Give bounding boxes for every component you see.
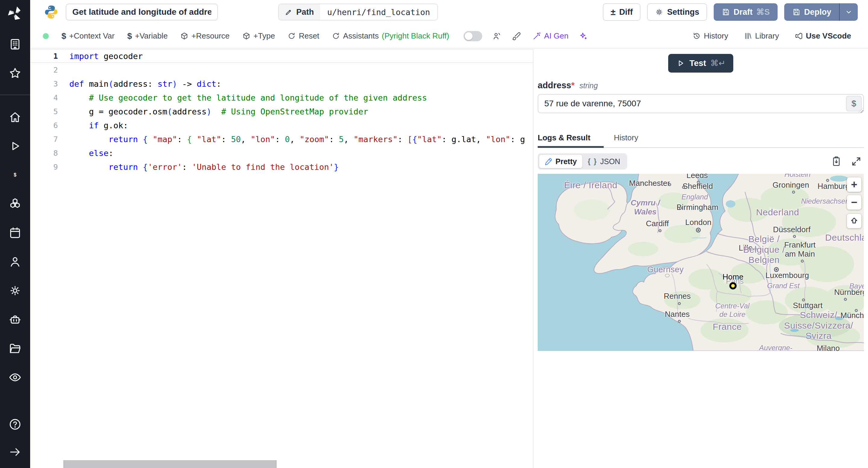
arg-required-star: *: [571, 80, 575, 90]
sidebar-item-folder[interactable]: [8, 341, 22, 355]
sidebar-item-robot[interactable]: [8, 312, 22, 327]
result-map[interactable]: LeedsManchesterSheffieldBirminghamCardif…: [538, 174, 864, 351]
code-line[interactable]: 3def main(address: str) -> dict:: [30, 77, 533, 91]
diff-button[interactable]: ± Diff: [603, 3, 641, 21]
code-line[interactable]: 9 return {'error': 'Unable to find the l…: [30, 160, 533, 174]
format-brush-icon[interactable]: [512, 32, 521, 41]
script-title-input[interactable]: [66, 4, 218, 21]
code-line[interactable]: 2: [30, 63, 533, 77]
sidebar-item-arrow-right[interactable]: [8, 445, 22, 459]
tab-history[interactable]: History: [614, 130, 638, 147]
topbar: Path u/henri/find_location ± Diff Settin…: [30, 0, 868, 24]
code-line-content[interactable]: import geocoder: [59, 52, 533, 61]
cubes-icon: [8, 197, 22, 210]
arrow-right-icon: [8, 445, 22, 459]
user-icon: [8, 255, 22, 268]
toolbar-item-usevscode[interactable]: Use VScode: [795, 31, 851, 41]
sidebar-item-eye[interactable]: [8, 370, 22, 384]
script-path[interactable]: Path u/henri/find_location: [278, 4, 438, 21]
line-number: 2: [30, 66, 59, 74]
code-line[interactable]: 6 if g.ok:: [30, 119, 533, 132]
sidebar-item-cubes[interactable]: [8, 197, 22, 211]
code-line[interactable]: 1import geocoder: [30, 49, 533, 63]
editor-horizontal-scrollbar[interactable]: [63, 460, 277, 468]
multiplayer-toggle[interactable]: [464, 31, 482, 41]
sparkles-icon[interactable]: [579, 32, 588, 41]
map-city-ring: [774, 267, 779, 272]
address-input[interactable]: [538, 94, 864, 113]
toolbar-item-contextvar[interactable]: $+Context Var: [61, 31, 115, 41]
magic-wand-icon: [533, 32, 541, 40]
map-zoom-out-button[interactable]: −: [847, 195, 861, 210]
deploy-button[interactable]: Deploy: [784, 3, 839, 21]
sidebar-item-home[interactable]: [8, 110, 22, 124]
sidebar-item-user[interactable]: [8, 255, 22, 269]
pretty-view-button[interactable]: Pretty: [539, 155, 582, 168]
toolbar-item-label: History: [704, 31, 728, 41]
code-line[interactable]: 8 else:: [30, 146, 533, 160]
vscode-icon: [795, 32, 803, 40]
line-number: 8: [30, 149, 59, 158]
map-recenter-button[interactable]: [847, 214, 861, 228]
code-line-content[interactable]: g = geocoder.osm(address) # Using OpenSt…: [59, 107, 533, 116]
sidebar-item-dollar[interactable]: $: [8, 168, 22, 182]
expand-icon[interactable]: [850, 156, 862, 167]
code-line-content[interactable]: def main(address: str) -> dict:: [59, 79, 533, 89]
sidebar-item-help[interactable]: [8, 417, 22, 431]
ai-gen-button[interactable]: AI Gen: [533, 31, 568, 41]
map-city-dot: [793, 235, 796, 238]
toolbar-item-label: +Type: [253, 31, 275, 41]
deploy-options-button[interactable]: [839, 3, 858, 21]
insert-variable-button[interactable]: $: [846, 96, 862, 111]
sidebar-item-play[interactable]: [8, 139, 22, 153]
toolbar-item-reset[interactable]: Reset: [287, 31, 319, 41]
plus-minus-icon: ±: [611, 7, 615, 17]
toolbar-item-assistants[interactable]: Assistants: [332, 31, 379, 41]
toolbar-item-label: Library: [755, 31, 779, 41]
app-sidebar: $: [0, 0, 30, 468]
sidebar-item-star[interactable]: [8, 66, 22, 80]
code-editor[interactable]: 1import geocoder23def main(address: str)…: [30, 49, 533, 468]
sidebar-item-building[interactable]: [8, 37, 22, 51]
diff-label: Diff: [619, 7, 632, 17]
copy-result-icon[interactable]: [831, 156, 842, 167]
draft-label: Draft: [734, 7, 752, 17]
reset-icon: [287, 32, 296, 40]
toolbar-item-type[interactable]: +Type: [242, 31, 275, 41]
tab-logs-result[interactable]: Logs & Result: [538, 130, 604, 147]
draft-button[interactable]: Draft ⌘S: [714, 3, 778, 21]
map-city-dot: [754, 247, 757, 250]
home-marker[interactable]: [730, 282, 737, 290]
eye-icon: [8, 371, 22, 384]
toolbar-item-variable[interactable]: $+Variable: [127, 31, 167, 41]
map-city-dot: [802, 298, 805, 301]
status-dot: [43, 33, 49, 39]
map-city-dot: [682, 186, 685, 189]
json-view-button[interactable]: { } JSON: [582, 155, 626, 168]
map-city-dot: [826, 179, 829, 182]
toolbar-item-resource[interactable]: +Resource: [180, 31, 229, 41]
save-icon: [721, 8, 730, 16]
code-line[interactable]: 7 return { "map": { "lat": 50, "lon": 0,…: [30, 132, 533, 146]
code-line[interactable]: 5 g = geocoder.osm(address) # Using Open…: [30, 104, 533, 119]
test-button[interactable]: Test ⌘↵: [668, 54, 733, 73]
sidebar-item-calendar[interactable]: [8, 226, 22, 240]
collaboration-icon[interactable]: [493, 32, 501, 41]
toolbar-item-history[interactable]: History: [692, 31, 728, 41]
toolbar-item-label: Reset: [299, 31, 319, 41]
code-line-content[interactable]: return {'error': 'Unable to find the loc…: [59, 162, 533, 172]
toolbar-item-library[interactable]: Library: [744, 31, 779, 41]
save-icon: [792, 8, 801, 16]
code-line-content[interactable]: # Use geocoder to get the latitude and l…: [59, 93, 533, 102]
code-line[interactable]: 4 # Use geocoder to get the latitude and…: [30, 91, 533, 104]
test-shortcut: ⌘↵: [710, 59, 725, 68]
sidebar-item-gear[interactable]: [8, 284, 22, 298]
map-zoom-in-button[interactable]: +: [847, 177, 861, 192]
path-edit-button[interactable]: Path: [279, 4, 320, 20]
windmill-logo-icon[interactable]: [6, 5, 24, 22]
code-line-content[interactable]: return { "map": { "lat": 50, "lon": 0, "…: [59, 135, 533, 144]
settings-button[interactable]: Settings: [647, 3, 707, 21]
code-line-content[interactable]: if g.ok:: [59, 121, 533, 130]
code-line-content[interactable]: else:: [59, 148, 533, 158]
robot-icon: [8, 313, 22, 326]
